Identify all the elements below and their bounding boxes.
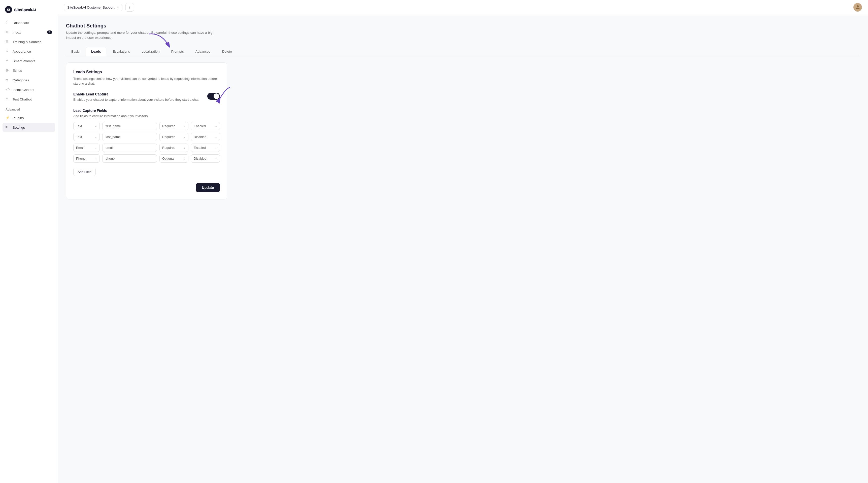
training-icon: ⊞ <box>5 39 10 44</box>
chevron-down-icon: ⌄ <box>117 5 119 9</box>
chevron-down-icon: ⌄ <box>215 124 217 128</box>
tab-leads[interactable]: Leads <box>86 47 106 56</box>
echos-icon: ◎ <box>5 68 10 73</box>
inbox-icon: ✉ <box>5 30 10 34</box>
page-subtitle: Update the settings, prompts and more fo… <box>66 30 217 40</box>
share-icon: ↑ <box>129 5 130 9</box>
field-type-select-1[interactable]: Text ⌄ <box>73 133 100 141</box>
tabs: Basic Leads Escalations Localization Pro… <box>66 46 860 56</box>
smart-prompts-icon: ✧ <box>5 59 10 63</box>
field-name-input-1[interactable] <box>102 133 157 141</box>
update-button[interactable]: Update <box>196 183 220 192</box>
sidebar: SiteSpeakAI ⌂ Dashboard ✉ Inbox 1 ⊞ Trai… <box>0 0 58 483</box>
fields-section-desc: Add fields to capture information about … <box>73 114 220 118</box>
enable-lead-capture-info: Enable Lead Capture Enables your chatbot… <box>73 92 203 101</box>
svg-point-1 <box>857 5 859 7</box>
fields-table: Text ⌄ Required ⌄ Enabled ⌄ <box>73 122 220 163</box>
chevron-down-icon: ⌄ <box>183 124 186 128</box>
enable-lead-capture-row: Enable Lead Capture Enables your chatbot… <box>73 92 220 101</box>
leads-settings-card: Leads Settings These settings control ho… <box>66 62 227 199</box>
tab-prompts[interactable]: Prompts <box>166 47 189 56</box>
field-type-select-3[interactable]: Phone ⌄ <box>73 154 100 163</box>
field-row-3: Phone ⌄ Optional ⌄ Disabled ⌄ <box>73 154 220 163</box>
field-row-2: Email ⌄ Required ⌄ Enabled ⌄ <box>73 143 220 152</box>
topbar-left: SiteSpeakAI Customer Support ⌄ ↑ <box>64 3 134 11</box>
fields-section-title: Lead Capture Fields <box>73 108 220 112</box>
tab-delete[interactable]: Delete <box>217 47 237 56</box>
field-type-select-2[interactable]: Email ⌄ <box>73 143 100 152</box>
sidebar-item-settings[interactable]: ≡ Settings <box>2 123 55 132</box>
home-icon: ⌂ <box>5 21 10 25</box>
sidebar-item-dashboard[interactable]: ⌂ Dashboard <box>2 18 55 27</box>
lead-capture-fields-section: Lead Capture Fields Add fields to captur… <box>73 108 220 176</box>
chevron-down-icon: ⌄ <box>183 135 186 138</box>
page-content: Chatbot Settings Update the settings, pr… <box>58 15 868 483</box>
chevron-down-icon: ⌄ <box>95 124 97 128</box>
enable-lead-capture-desc: Enables your chatbot to capture informat… <box>73 98 203 101</box>
chevron-down-icon: ⌄ <box>215 135 217 138</box>
plugins-icon: ⚡ <box>5 116 10 120</box>
avatar[interactable] <box>854 3 862 11</box>
enable-lead-capture-label: Enable Lead Capture <box>73 92 203 96</box>
appearance-icon: ✦ <box>5 49 10 54</box>
sidebar-item-appearance[interactable]: ✦ Appearance <box>2 47 55 56</box>
field-required-select-0[interactable]: Required ⌄ <box>159 122 188 130</box>
share-button[interactable]: ↑ <box>125 3 134 11</box>
advanced-section-label: Advanced <box>2 104 55 113</box>
app-name: SiteSpeakAI <box>14 7 36 12</box>
chevron-down-icon: ⌄ <box>95 146 97 149</box>
tab-advanced[interactable]: Advanced <box>190 47 216 56</box>
field-required-select-1[interactable]: Required ⌄ <box>159 133 188 141</box>
tab-basic[interactable]: Basic <box>66 47 85 56</box>
inbox-badge: 1 <box>47 30 52 34</box>
chevron-down-icon: ⌄ <box>183 146 186 149</box>
sidebar-item-echos[interactable]: ◎ Echos <box>2 66 55 75</box>
field-row-1: Text ⌄ Required ⌄ Disabled ⌄ <box>73 133 220 141</box>
field-row-0: Text ⌄ Required ⌄ Enabled ⌄ <box>73 122 220 130</box>
settings-icon: ≡ <box>5 125 10 130</box>
field-required-select-2[interactable]: Required ⌄ <box>159 143 188 152</box>
topbar: SiteSpeakAI Customer Support ⌄ ↑ <box>58 0 868 15</box>
field-name-input-0[interactable] <box>102 122 157 130</box>
chatbot-selector[interactable]: SiteSpeakAI Customer Support ⌄ <box>64 4 122 11</box>
sidebar-item-test-chatbot[interactable]: ⊙ Test Chatbot <box>2 95 55 104</box>
card-title: Leads Settings <box>73 70 220 74</box>
card-description: These settings control how your visitors… <box>73 76 220 86</box>
field-status-select-1[interactable]: Disabled ⌄ <box>191 133 220 141</box>
field-status-select-3[interactable]: Disabled ⌄ <box>191 154 220 163</box>
main-content: SiteSpeakAI Customer Support ⌄ ↑ Chatbot… <box>58 0 868 483</box>
install-icon: </> <box>5 87 10 92</box>
chevron-down-icon: ⌄ <box>183 157 186 160</box>
field-required-select-3[interactable]: Optional ⌄ <box>159 154 188 163</box>
field-status-select-2[interactable]: Enabled ⌄ <box>191 143 220 152</box>
field-name-input-3[interactable] <box>102 154 157 163</box>
lead-capture-toggle[interactable] <box>207 93 220 100</box>
test-icon: ⊙ <box>5 97 10 101</box>
toggle-slider <box>207 93 220 100</box>
categories-icon: ◇ <box>5 78 10 82</box>
sidebar-item-inbox[interactable]: ✉ Inbox 1 <box>2 28 55 37</box>
sidebar-item-plugins[interactable]: ⚡ Plugins <box>2 113 55 122</box>
chevron-down-icon: ⌄ <box>95 157 97 160</box>
logo[interactable]: SiteSpeakAI <box>0 4 58 18</box>
sidebar-item-categories[interactable]: ◇ Categories <box>2 75 55 85</box>
field-status-select-0[interactable]: Enabled ⌄ <box>191 122 220 130</box>
tabs-container: Basic Leads Escalations Localization Pro… <box>66 46 860 56</box>
chevron-down-icon: ⌄ <box>215 146 217 149</box>
add-field-button[interactable]: Add Field <box>73 168 96 176</box>
sidebar-nav: ⌂ Dashboard ✉ Inbox 1 ⊞ Training & Sourc… <box>0 18 58 132</box>
page-title: Chatbot Settings <box>66 23 860 29</box>
user-avatar-icon <box>855 4 861 10</box>
tab-escalations[interactable]: Escalations <box>107 47 135 56</box>
chevron-down-icon: ⌄ <box>95 135 97 138</box>
card-footer: Update <box>73 183 220 192</box>
sidebar-item-smart-prompts[interactable]: ✧ Smart Prompts <box>2 56 55 65</box>
chevron-down-icon: ⌄ <box>215 157 217 160</box>
sidebar-item-install-chatbot[interactable]: </> Install Chatbot <box>2 85 55 94</box>
sidebar-item-training-sources[interactable]: ⊞ Training & Sources <box>2 37 55 46</box>
field-type-select-0[interactable]: Text ⌄ <box>73 122 100 130</box>
tab-localization[interactable]: Localization <box>136 47 165 56</box>
field-name-input-2[interactable] <box>102 143 157 152</box>
chatbot-name: SiteSpeakAI Customer Support <box>67 5 115 9</box>
